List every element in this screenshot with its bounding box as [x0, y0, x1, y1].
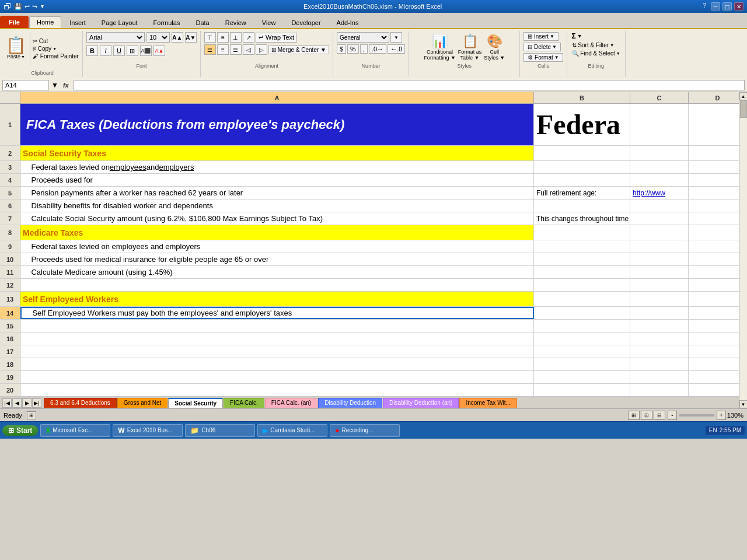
cell-d8[interactable]: [689, 225, 739, 240]
cell-d3[interactable]: [689, 161, 739, 173]
cell-a12[interactable]: [20, 279, 534, 291]
tab-view[interactable]: View: [254, 17, 284, 28]
tab-review[interactable]: Review: [218, 17, 254, 28]
cell-a17[interactable]: [20, 345, 534, 358]
decrease-decimal-btn[interactable]: ←.0: [388, 44, 405, 54]
cell-a10[interactable]: Proceeds used for medical insurance for …: [20, 253, 534, 265]
vertical-scrollbar[interactable]: ▲ ▼: [739, 92, 747, 408]
zoom-out-btn[interactable]: -: [668, 411, 677, 420]
comma-btn[interactable]: ,: [360, 44, 368, 54]
tab-add-ins[interactable]: Add-Ins: [329, 17, 366, 28]
format-painter-button[interactable]: 🖌 Format Painter: [33, 53, 79, 60]
start-button[interactable]: ⊞ Start: [2, 425, 38, 436]
font-size-select[interactable]: 10: [146, 32, 170, 43]
cell-a18[interactable]: [20, 358, 534, 370]
scroll-down-btn[interactable]: ▼: [739, 400, 748, 408]
cell-c4[interactable]: [630, 174, 689, 186]
tab-home[interactable]: Home: [29, 16, 61, 28]
help-btn[interactable]: ?: [700, 2, 708, 10]
row-num-4[interactable]: 4: [0, 174, 20, 186]
row-num-16[interactable]: 16: [0, 332, 20, 345]
taskbar-recording[interactable]: ● Recording...: [330, 424, 400, 437]
cell-c15[interactable]: [630, 320, 689, 332]
cell-c14[interactable]: [630, 307, 689, 319]
cell-b5[interactable]: Full retirement age:: [534, 187, 630, 199]
cell-reference-box[interactable]: [2, 80, 49, 90]
cell-c9[interactable]: [630, 240, 689, 253]
cell-a11[interactable]: Calculate Medicare amount (using 1.45%): [20, 266, 534, 278]
row-num-15[interactable]: 15: [0, 320, 20, 332]
cell-b11[interactable]: [534, 266, 630, 278]
autosum-button[interactable]: Σ ▼: [572, 32, 582, 40]
copy-button[interactable]: ⎘ Copy ▼: [33, 46, 79, 52]
cell-a19[interactable]: [20, 371, 534, 383]
percent-btn[interactable]: %: [347, 44, 359, 54]
cell-d16[interactable]: [689, 332, 739, 345]
currency-btn[interactable]: $: [337, 44, 346, 54]
cell-a2[interactable]: Social Security Taxes: [20, 146, 534, 160]
expand-formula-btn[interactable]: ▼: [51, 81, 58, 89]
row-num-5[interactable]: 5: [0, 187, 20, 199]
row-num-6[interactable]: 6: [0, 200, 20, 212]
cell-d17[interactable]: [689, 345, 739, 358]
tab-insert[interactable]: Insert: [62, 17, 93, 28]
cell-b7[interactable]: This changes throughout time: [534, 212, 630, 225]
formula-input[interactable]: Self Employeed Workers must pay both the…: [74, 80, 745, 90]
decrease-font-btn[interactable]: A▼: [185, 32, 197, 43]
quick-access-undo[interactable]: ↩: [25, 3, 30, 10]
cell-b9[interactable]: [534, 240, 630, 253]
minimize-btn[interactable]: ─: [711, 2, 720, 10]
cell-d14[interactable]: [689, 307, 739, 319]
row-num-20[interactable]: 20: [0, 384, 20, 396]
cell-c8[interactable]: [630, 225, 689, 240]
cell-b14[interactable]: [534, 307, 630, 319]
top-align-btn[interactable]: ⊤: [204, 32, 216, 43]
increase-indent-btn[interactable]: ▷: [256, 44, 267, 55]
tab-next-btn[interactable]: ▶: [22, 398, 32, 408]
insert-cells-button[interactable]: ⊞ Insert ▼: [523, 32, 558, 41]
cell-c19[interactable]: [630, 371, 689, 383]
page-layout-view-btn[interactable]: ⊡: [641, 411, 652, 420]
center-align-btn[interactable]: ≡: [217, 44, 229, 55]
cell-d4[interactable]: [689, 174, 739, 186]
cell-c12[interactable]: [630, 279, 689, 291]
cell-b12[interactable]: [534, 279, 630, 291]
cell-b4[interactable]: [534, 174, 630, 186]
sheet-tab-disability-an[interactable]: Disability Deduction (an): [383, 398, 459, 408]
row-num-3[interactable]: 3: [0, 161, 20, 173]
cell-c13[interactable]: [630, 292, 689, 306]
cell-c5[interactable]: http://www: [630, 187, 689, 199]
cell-d2[interactable]: [689, 146, 739, 160]
col-header-b[interactable]: B: [534, 92, 630, 103]
taskbar-word[interactable]: W Excel 2010 Bus...: [113, 424, 183, 437]
scroll-track[interactable]: [739, 100, 748, 400]
cell-a20[interactable]: [20, 384, 534, 396]
cell-c17[interactable]: [630, 345, 689, 358]
cell-a13[interactable]: Self Employeed Workers: [20, 292, 534, 306]
cell-a3[interactable]: Federal taxes levied on employees and em…: [20, 161, 534, 173]
taskbar-excel[interactable]: X Microsoft Exc...: [40, 424, 110, 437]
cell-d18[interactable]: [689, 358, 739, 370]
find-select-button[interactable]: 🔍 Find & Select ▼: [572, 50, 620, 57]
middle-align-btn[interactable]: ≡: [217, 32, 229, 43]
cell-c3[interactable]: [630, 161, 689, 173]
cell-d15[interactable]: [689, 320, 739, 332]
cell-a9[interactable]: Federal taxes levied on employees and em…: [20, 240, 534, 253]
wrap-text-button[interactable]: ↵ Wrap Text: [256, 33, 297, 43]
cell-c7[interactable]: [630, 212, 689, 225]
cell-b15[interactable]: [534, 320, 630, 332]
sheet-tab-disability[interactable]: Disability Deduction: [318, 398, 382, 408]
col-header-a[interactable]: A: [20, 92, 534, 103]
format-cells-button[interactable]: ⚙ Format ▼: [523, 53, 563, 62]
underline-button[interactable]: U: [113, 46, 125, 56]
sheet-tab-fica-calc-an[interactable]: FICA Calc. (an): [265, 398, 317, 408]
cell-c20[interactable]: [630, 384, 689, 396]
tab-data[interactable]: Data: [188, 17, 217, 28]
cell-a5[interactable]: Pension payments after a worker has reac…: [20, 187, 534, 199]
cell-a6[interactable]: Disability benefits for disabled worker …: [20, 200, 534, 212]
close-btn[interactable]: ✕: [734, 2, 743, 10]
tab-last-btn[interactable]: ▶|: [32, 398, 41, 408]
taskbar-folder[interactable]: 📁 Ch06: [185, 424, 255, 437]
font-name-select[interactable]: Arial: [86, 32, 145, 43]
cell-d19[interactable]: [689, 371, 739, 383]
